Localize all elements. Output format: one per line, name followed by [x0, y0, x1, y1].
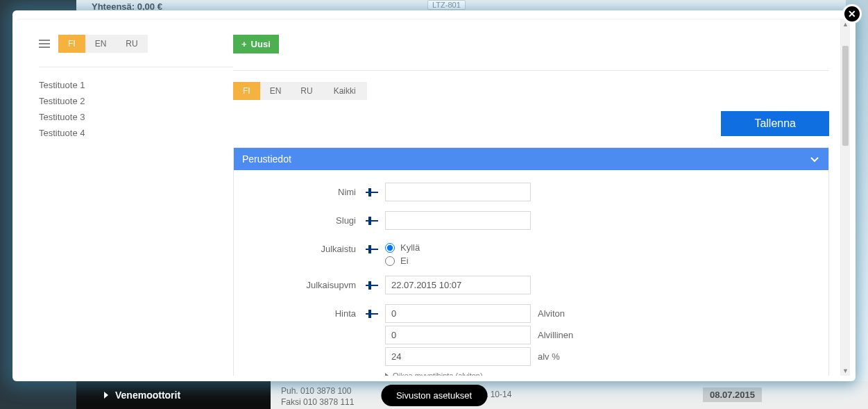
published-yes-label: Kyllä [400, 242, 420, 253]
filter-lang-tab-fi[interactable]: FI [233, 82, 260, 100]
panel-title: Perustiedot [242, 153, 291, 165]
sidebar-list: Testituote 1 Testituote 2 Testituote 3 T… [39, 77, 233, 141]
filter-lang-tab-all[interactable]: Kaikki [323, 82, 367, 100]
panel-header[interactable]: Perustiedot [234, 148, 828, 170]
bg-fax: Faksi 010 3878 111 [281, 397, 354, 408]
main-divider [233, 70, 829, 71]
save-button[interactable]: Tallenna [721, 111, 829, 136]
sidebar-item[interactable]: Testituote 2 [39, 93, 233, 109]
sidebar-lang-tab-en[interactable]: EN [85, 35, 117, 53]
name-input[interactable] [385, 183, 531, 201]
hamburger-icon[interactable] [39, 40, 50, 48]
main: + Uusi FI EN RU Kaikki Tallenna Perustie… [233, 35, 829, 369]
flag-fi-icon [366, 217, 378, 225]
sidebar-item[interactable]: Testituote 4 [39, 125, 233, 141]
publish-date-input[interactable] [385, 276, 531, 294]
sidebar: FI EN RU Testituote 1 Testituote 2 Testi… [39, 35, 233, 369]
bg-footer-sidebar: Venemoottorit [76, 381, 271, 409]
vat-percent-input[interactable] [385, 347, 531, 366]
modal: ✕ FI EN RU Testituote 1 Testituote 2 Tes… [12, 10, 856, 381]
flag-fi-icon [366, 281, 378, 290]
bg-contact-block: Puh. 010 3878 100 Faksi 010 3878 111 [281, 385, 354, 408]
filter-lang-tab-en[interactable]: EN [260, 82, 291, 100]
bg-license-plate: LTZ-801 [427, 0, 466, 10]
price-vat-input[interactable] [385, 326, 531, 344]
label-published: Julkaistu [255, 240, 366, 254]
flag-fi-icon [366, 188, 378, 197]
label-price: Hinta [255, 304, 366, 319]
caret-right-icon [385, 373, 389, 376]
sidebar-item[interactable]: Testituote 3 [39, 109, 233, 125]
sidebar-lang-tab-ru[interactable]: RU [116, 35, 147, 53]
sidebar-lang-tabs: FI EN RU [58, 35, 148, 53]
flag-fi-icon [366, 310, 378, 318]
price-novat-suffix: Alviton [538, 308, 565, 319]
panel-body: Nimi Slugi [234, 170, 828, 376]
slug-input[interactable] [385, 211, 531, 230]
plus-icon: + [241, 39, 247, 49]
bg-date: 08.07.2015 [703, 387, 762, 402]
site-settings-button[interactable]: Sivuston asetukset [381, 385, 487, 406]
vat-percent-suffix: alv % [538, 351, 560, 362]
sidebar-item[interactable]: Testituote 1 [39, 77, 233, 93]
filter-lang-tabs: FI EN RU Kaikki [233, 82, 367, 100]
caret-right-icon [104, 392, 108, 399]
bg-phone: Puh. 010 3878 100 [281, 385, 354, 397]
scroll-down-icon[interactable]: ▼ [841, 366, 850, 376]
price-novat-input[interactable] [385, 304, 531, 323]
price-vat-suffix: Alvillinen [538, 330, 573, 340]
modal-scrollbar[interactable]: ▲ ▼ [840, 19, 850, 376]
new-button[interactable]: + Uusi [233, 35, 279, 53]
sidebar-divider [39, 67, 233, 67]
panel-basic-info: Perustiedot Nimi [233, 147, 829, 376]
label-publish-date: Julkaisupvm [255, 276, 366, 290]
label-slug: Slugi [255, 211, 366, 226]
price-hint[interactable]: Oikea myyntihinta (alviton) [385, 372, 808, 376]
published-no-label: Ei [400, 256, 409, 266]
modal-inner: FI EN RU Testituote 1 Testituote 2 Testi… [18, 19, 840, 376]
new-button-label: Uusi [251, 39, 271, 49]
filter-lang-tab-ru[interactable]: RU [291, 82, 322, 100]
modal-body: FI EN RU Testituote 1 Testituote 2 Testi… [18, 19, 850, 376]
chevron-down-icon [809, 153, 820, 165]
close-icon[interactable]: ✕ [842, 4, 862, 24]
published-yes-radio[interactable] [385, 243, 395, 253]
published-no-radio[interactable] [385, 256, 395, 266]
sidebar-lang-tab-fi[interactable]: FI [58, 35, 85, 53]
flag-fi-icon [366, 245, 378, 253]
scroll-thumb[interactable] [842, 46, 849, 146]
price-hint-text: Oikea myyntihinta (alviton) [393, 372, 483, 376]
bg-side-title: Venemoottorit [115, 390, 180, 401]
label-name: Nimi [255, 183, 366, 197]
